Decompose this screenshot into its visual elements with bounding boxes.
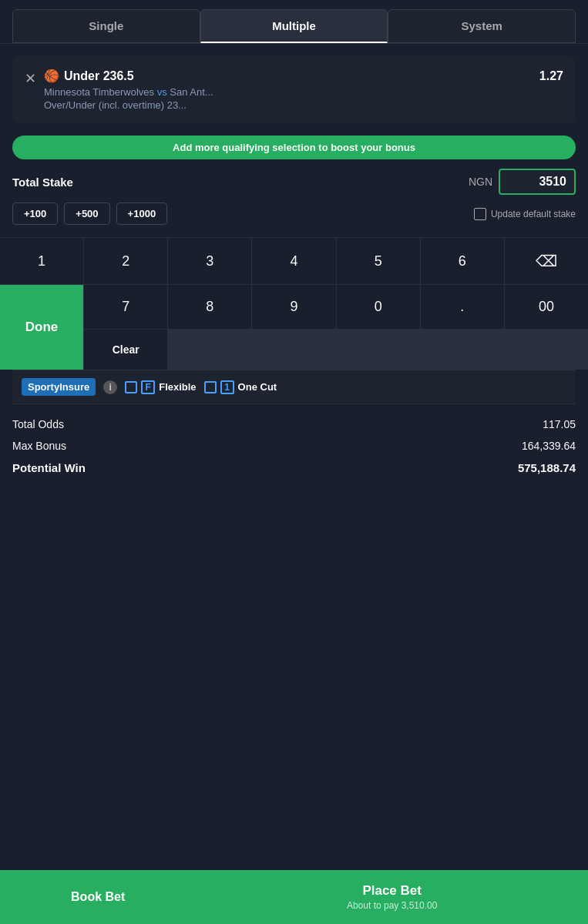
stake-row: Total Stake NGN <box>12 169 576 195</box>
update-default-wrap: Update default stake <box>474 208 576 220</box>
tab-multiple[interactable]: Multiple <box>200 9 388 43</box>
bet-slip-card: ✕ 🏀 Under 236.5 1.27 Minnesota Timberwol… <box>12 56 576 123</box>
stake-currency: NGN <box>469 176 492 188</box>
numpad: 1 2 3 4 5 6 ⌫ Done 7 8 9 0 . 00 Clear <box>0 237 588 370</box>
info-icon[interactable]: i <box>103 380 117 394</box>
bet-info: 🏀 Under 236.5 1.27 Minnesota Timberwolve… <box>44 69 563 111</box>
tab-single[interactable]: Single <box>12 9 200 43</box>
total-odds-label: Total Odds <box>12 418 64 430</box>
quick-btn-500[interactable]: +500 <box>64 203 109 225</box>
one-cut-option[interactable]: 1 One Cut <box>204 380 277 394</box>
stake-input[interactable] <box>499 169 576 195</box>
update-default-checkbox[interactable] <box>474 208 486 220</box>
basketball-icon: 🏀 <box>44 69 59 83</box>
close-button[interactable]: ✕ <box>25 70 36 87</box>
update-default-label: Update default stake <box>491 209 576 219</box>
stake-section: Total Stake NGN +100 +500 +1000 Update d… <box>12 169 576 225</box>
flexible-icon: F <box>141 380 155 394</box>
one-cut-checkbox[interactable] <box>204 381 217 393</box>
numpad-9[interactable]: 9 <box>252 285 335 329</box>
stake-input-wrap: NGN <box>469 169 576 195</box>
bet-odds: 1.27 <box>539 69 563 83</box>
book-bet-button[interactable]: Book Bet <box>0 870 196 924</box>
potential-win-value: 575,188.74 <box>518 461 576 474</box>
stake-label: Total Stake <box>12 176 73 189</box>
numpad-0[interactable]: 0 <box>337 285 420 329</box>
place-bet-sublabel: About to pay 3,510.00 <box>347 900 437 911</box>
place-bet-label: Place Bet <box>362 883 422 899</box>
tab-bar: Single Multiple System <box>0 0 588 44</box>
numpad-7[interactable]: 7 <box>84 285 167 329</box>
insurance-row: SportyInsure i F Flexible 1 One Cut <box>12 370 576 403</box>
max-bonus-label: Max Bonus <box>12 440 66 452</box>
place-bet-button[interactable]: Place Bet About to pay 3,510.00 <box>196 870 588 924</box>
bet-selection: Under 236.5 <box>64 69 134 83</box>
max-bonus-row: Max Bonus 164,339.64 <box>12 435 576 457</box>
numpad-2[interactable]: 2 <box>84 238 167 284</box>
tab-system[interactable]: System <box>388 9 576 43</box>
potential-win-row: Potential Win 575,188.74 <box>12 457 576 479</box>
quick-btn-1000[interactable]: +1000 <box>116 203 168 225</box>
total-odds-row: Total Odds 117.05 <box>12 413 576 435</box>
quick-buttons-row: +100 +500 +1000 Update default stake <box>12 203 576 225</box>
bet-title-row: 🏀 Under 236.5 1.27 <box>44 69 563 83</box>
numpad-dot[interactable]: . <box>421 285 504 329</box>
bet-title: 🏀 Under 236.5 <box>44 69 134 83</box>
bonus-banner: Add more qualifying selection to boost y… <box>12 136 576 159</box>
quick-btn-100[interactable]: +100 <box>12 203 58 225</box>
numpad-8[interactable]: 8 <box>168 285 251 329</box>
bottom-buttons: Book Bet Place Bet About to pay 3,510.00 <box>0 870 588 924</box>
numpad-6[interactable]: 6 <box>421 238 504 284</box>
one-cut-label: One Cut <box>238 381 277 393</box>
numpad-done[interactable]: Done <box>0 285 83 370</box>
numpad-5[interactable]: 5 <box>337 238 420 284</box>
numpad-clear[interactable]: Clear <box>84 330 167 370</box>
bet-market: Over/Under (incl. overtime) 23... <box>44 99 563 111</box>
sporty-insure-label: SportyInsure <box>22 378 96 396</box>
one-cut-icon: 1 <box>220 380 234 394</box>
potential-win-label: Potential Win <box>12 461 86 474</box>
odds-summary: Total Odds 117.05 Max Bonus 164,339.64 P… <box>12 404 576 488</box>
numpad-1[interactable]: 1 <box>0 238 83 284</box>
numpad-00[interactable]: 00 <box>505 285 588 329</box>
numpad-backspace[interactable]: ⌫ <box>505 238 588 284</box>
flexible-checkbox[interactable] <box>125 381 137 393</box>
bet-item: ✕ 🏀 Under 236.5 1.27 Minnesota Timberwol… <box>25 69 563 111</box>
numpad-3[interactable]: 3 <box>168 238 251 284</box>
bet-match: Minnesota Timberwolves vs San Ant... <box>44 86 563 98</box>
vs-label: vs <box>157 86 167 98</box>
total-odds-value: 117.05 <box>543 418 576 430</box>
flexible-label: Flexible <box>159 381 196 393</box>
max-bonus-value: 164,339.64 <box>522 440 576 452</box>
numpad-4[interactable]: 4 <box>252 238 335 284</box>
flexible-option[interactable]: F Flexible <box>125 380 196 394</box>
